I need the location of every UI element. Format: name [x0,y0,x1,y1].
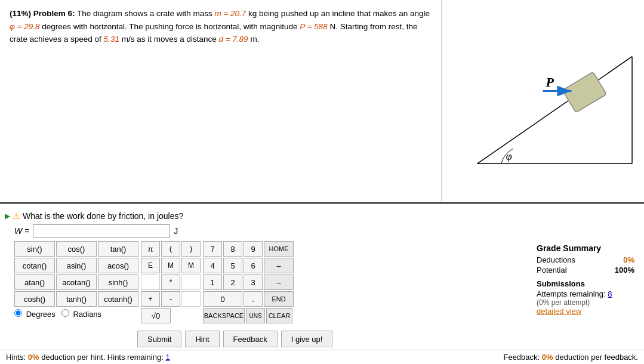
hints-pct: 0% [28,353,39,362]
problem-mass: m = 20.7 [214,9,246,18]
problem-desc-mid4: m/s as it moves a distance [119,35,219,44]
minus-button[interactable]: - [161,291,180,307]
degrees-radio[interactable] [14,309,22,317]
open-paren-button[interactable]: ( [161,241,180,257]
asin-button[interactable]: asin() [56,258,97,273]
backspace-button[interactable]: BACKSPACE [203,308,245,323]
blank2-button[interactable] [181,274,201,290]
action-buttons-row: Submit Hint Feedback I give up! [137,331,644,347]
calc-grade-row: sin() cos() tan() cotan() asin() acos() … [0,239,644,327]
home-button[interactable]: HOME [264,241,294,257]
sin-button[interactable]: sin() [14,241,55,257]
num3-button[interactable]: 3 [244,274,263,290]
problem-text: (11%) Problem 6: The diagram shows a cra… [0,0,441,202]
submissions-title: Submissions [537,279,634,288]
num1-button[interactable]: 1 [203,274,222,290]
warning-icon: ⚠ [13,211,20,221]
submit-button[interactable]: Submit [137,331,181,347]
grade-summary-title: Grade Summary [537,243,634,253]
deductions-label: Deductions [537,255,575,264]
problem-desc-mid1: kg being pushed up an incline that makes… [246,9,430,18]
atan-button[interactable]: atan() [14,274,55,290]
potential-value: 100% [615,266,634,274]
calculator-area: sin() cos() tan() cotan() asin() acos() … [5,241,532,325]
dash2-button[interactable]: – [264,274,294,290]
radians-radio[interactable] [61,309,69,317]
num4-button[interactable]: 4 [203,258,222,273]
E-button[interactable]: E [141,258,160,273]
cotan-button[interactable]: cotan() [14,258,55,273]
M1-button[interactable]: M [161,258,180,273]
problem-weight: (11%) [10,9,31,18]
grade-summary: Grade Summary Deductions 0% Potential 10… [532,241,639,325]
num9-button[interactable]: 9 [244,241,263,257]
diagram: φ P [441,0,644,202]
num6-button[interactable]: 6 [244,258,263,273]
acotan-button[interactable]: acotan() [56,274,97,290]
problem-desc-mid2: degrees with horizontal. The pushing for… [39,22,300,31]
feedback-button[interactable]: Feedback [223,331,278,347]
svg-text:φ: φ [506,150,512,162]
uns-button[interactable]: UNS [246,308,265,323]
hint-button[interactable]: Hint [185,331,219,347]
num8-button[interactable]: 8 [223,241,242,257]
hints-suffix: deduction per hint. Hints remaining: [41,353,164,362]
attempts-value[interactable]: 8 [608,289,612,298]
tanh-button[interactable]: tanh() [56,291,97,307]
input-label: W = [14,226,29,236]
feedback-prefix: Feedback: [503,353,540,362]
problem-force: P = 588 [300,22,327,31]
attempts-note: (0% per attempt) [537,298,634,307]
problem-desc-end: m. [248,35,260,44]
hints-text: Hints: 0% deduction per hint. Hints rema… [6,353,170,362]
mult-button[interactable]: * [161,274,180,290]
sinh-button[interactable]: sinh() [98,274,138,290]
blank3-button[interactable] [181,291,201,307]
hints-row: Hints: 0% deduction per hint. Hints rema… [0,350,644,364]
radians-label[interactable]: Radians [61,309,101,319]
cos-button[interactable]: cos() [56,241,97,257]
degrees-radians-row: Degrees Radians [14,309,140,319]
potential-label: Potential [537,266,567,274]
deductions-value: 0% [623,255,634,264]
question-text: What is the work done by friction, in jo… [23,211,183,221]
answer-input[interactable] [33,224,170,237]
blank1-button[interactable] [141,274,160,290]
degrees-label[interactable]: Degrees [14,309,56,319]
problem-distance: d = 7.89 [218,35,248,44]
sqrt-button[interactable]: √0 [141,308,171,323]
problem-speed: 5.31 [104,35,119,44]
plus-button[interactable]: + [141,291,160,307]
svg-line-0 [477,57,632,164]
feedback-text: Feedback: 0% deduction per feedback. [503,353,638,362]
dash1-button[interactable]: – [264,258,294,273]
close-paren-button[interactable]: ) [181,241,201,257]
cosh-button[interactable]: cosh() [14,291,55,307]
detailed-view-link[interactable]: detailed view [537,307,581,316]
num0-button[interactable]: 0 [203,291,242,307]
num5-button[interactable]: 5 [223,258,242,273]
feedback-suffix: deduction per feedback. [555,353,638,362]
give-up-button[interactable]: I give up! [281,331,333,347]
hints-remaining-link[interactable]: 1 [165,353,170,362]
cotanh-button[interactable]: cotanh() [98,291,138,307]
pi-button[interactable]: π [141,241,160,257]
problem-number: Problem 6: [33,9,75,18]
end-button[interactable]: END [264,291,294,307]
num7-button[interactable]: 7 [203,241,222,257]
clear-button[interactable]: CLEAR [266,308,292,323]
num2-button[interactable]: 2 [223,274,242,290]
tan-button[interactable]: tan() [98,241,138,257]
hints-prefix: Hints: [6,353,26,362]
acos-button[interactable]: acos() [98,258,138,273]
M2-button[interactable]: M [181,258,201,273]
dot-button[interactable]: . [244,291,263,307]
unit-label: J [174,226,178,236]
feedback-pct: 0% [542,353,553,362]
input-row: W = J [10,223,644,239]
question-row: ▶ ⚠ What is the work done by friction, i… [0,209,644,223]
arrow-icon: ▶ [5,212,10,220]
svg-text:P: P [545,75,554,90]
problem-angle: φ = 29.8 [10,22,39,31]
attempts-label: Attempts remaining: [537,289,606,298]
